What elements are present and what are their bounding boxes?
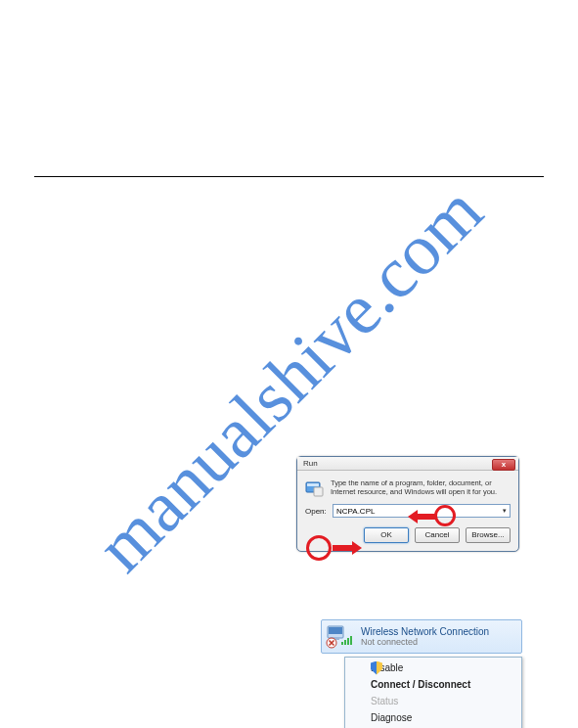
svg-rect-8 [347,638,349,645]
svg-rect-9 [350,636,352,645]
open-label: Open: [305,507,329,516]
connection-status: Not connected [361,637,489,647]
connection-icon [326,623,355,649]
run-title-text: Run [303,459,318,468]
annotation-circle-ok [306,535,332,561]
menu-label: Diagnose [371,712,412,723]
menu-label: Connect / Disconnect [371,679,470,690]
context-menu: Disable Connect / Disconnect Status Diag… [344,657,522,728]
menu-item-diagnose[interactable]: Diagnose [345,709,521,726]
close-button[interactable]: x [492,459,515,471]
page-content: Run x Type the name of a program, folder… [0,176,578,177]
annotation-arrow-input [408,510,435,523]
connection-title: Wireless Network Connection [361,626,489,637]
run-body: Type the name of a program, folder, docu… [297,471,518,502]
menu-item-disable[interactable]: Disable [345,660,521,676]
run-message: Type the name of a program, folder, docu… [331,478,511,498]
annotation-arrow-ok [333,541,362,555]
section-divider [34,176,544,177]
run-dialog: Run x Type the name of a program, folder… [296,456,519,552]
open-input-value: NCPA.CPL [336,507,375,516]
menu-label: Status [371,696,398,706]
svg-rect-7 [344,640,346,645]
svg-rect-2 [314,487,323,496]
annotation-circle-input [434,505,456,526]
svg-rect-4 [329,627,342,634]
menu-item-status: Status [345,693,521,709]
run-titlebar: Run x [297,457,518,471]
svg-rect-1 [307,483,319,486]
cancel-button[interactable]: Cancel [415,527,460,543]
svg-rect-6 [341,642,343,645]
menu-item-connect[interactable]: Connect / Disconnect [345,676,521,693]
run-program-icon [305,478,325,498]
ok-button[interactable]: OK [364,527,409,543]
connection-header[interactable]: Wireless Network Connection Not connecte… [321,619,522,654]
shield-icon [371,661,384,675]
browse-button[interactable]: Browse... [466,527,511,543]
wireless-connection-block: Wireless Network Connection Not connecte… [321,619,522,728]
